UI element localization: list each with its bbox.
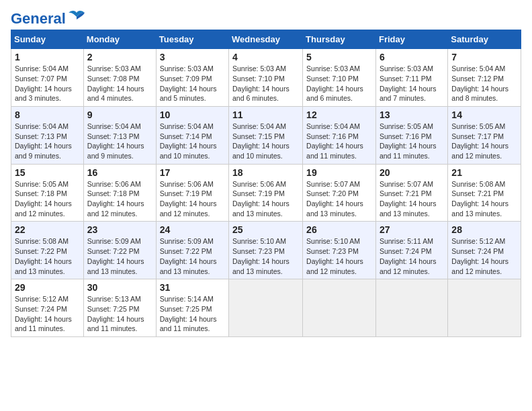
day-number: 7 [451, 52, 517, 62]
day-cell-4: 4Sunrise: 5:03 AM Sunset: 7:10 PM Daylig… [229, 49, 303, 107]
day-number: 13 [380, 109, 444, 120]
day-cell-27: 27Sunrise: 5:11 AM Sunset: 7:24 PM Dayli… [375, 222, 447, 279]
day-cell-24: 24Sunrise: 5:09 AM Sunset: 7:22 PM Dayli… [156, 222, 228, 279]
day-cell-28: 28Sunrise: 5:12 AM Sunset: 7:24 PM Dayli… [448, 222, 521, 279]
day-cell-14: 14Sunrise: 5:05 AM Sunset: 7:17 PM Dayli… [448, 106, 521, 164]
day-info: Sunrise: 5:13 AM Sunset: 7:25 PM Dayligh… [87, 294, 152, 334]
day-cell-26: 26Sunrise: 5:10 AM Sunset: 7:23 PM Dayli… [303, 222, 376, 279]
day-cell-16: 16Sunrise: 5:06 AM Sunset: 7:18 PM Dayli… [83, 164, 156, 222]
calendar-table: SundayMondayTuesdayWednesdayThursdayFrid… [11, 30, 521, 337]
day-number: 30 [87, 282, 152, 293]
day-cell-11: 11Sunrise: 5:04 AM Sunset: 7:15 PM Dayli… [229, 106, 303, 164]
logo: General [11, 11, 86, 24]
day-cell-29: 29Sunrise: 5:12 AM Sunset: 7:24 PM Dayli… [11, 279, 84, 337]
logo-text: General [11, 11, 66, 27]
day-number: 18 [232, 167, 299, 178]
day-cell-30: 30Sunrise: 5:13 AM Sunset: 7:25 PM Dayli… [83, 279, 156, 337]
day-cell-18: 18Sunrise: 5:06 AM Sunset: 7:19 PM Dayli… [229, 164, 303, 222]
day-cell-20: 20Sunrise: 5:07 AM Sunset: 7:21 PM Dayli… [375, 164, 447, 222]
page-header: General [11, 11, 521, 24]
calendar-week-3: 15Sunrise: 5:05 AM Sunset: 7:18 PM Dayli… [11, 164, 521, 222]
day-number: 17 [160, 167, 225, 178]
day-info: Sunrise: 5:03 AM Sunset: 7:10 PM Dayligh… [306, 64, 372, 103]
day-info: Sunrise: 5:07 AM Sunset: 7:20 PM Dayligh… [306, 179, 372, 219]
day-number: 26 [306, 224, 372, 235]
calendar-week-4: 22Sunrise: 5:08 AM Sunset: 7:22 PM Dayli… [11, 222, 521, 279]
day-info: Sunrise: 5:04 AM Sunset: 7:12 PM Dayligh… [451, 64, 517, 103]
day-cell-6: 6Sunrise: 5:03 AM Sunset: 7:11 PM Daylig… [375, 49, 447, 107]
day-info: Sunrise: 5:10 AM Sunset: 7:23 PM Dayligh… [232, 236, 299, 276]
empty-cell [375, 279, 447, 337]
calendar-week-5: 29Sunrise: 5:12 AM Sunset: 7:24 PM Dayli… [11, 279, 521, 337]
day-info: Sunrise: 5:10 AM Sunset: 7:23 PM Dayligh… [306, 236, 372, 276]
day-info: Sunrise: 5:09 AM Sunset: 7:22 PM Dayligh… [87, 236, 152, 276]
day-number: 9 [87, 109, 152, 120]
column-header-monday: Monday [83, 30, 156, 49]
day-number: 24 [160, 224, 225, 235]
day-info: Sunrise: 5:12 AM Sunset: 7:24 PM Dayligh… [451, 236, 517, 276]
day-cell-15: 15Sunrise: 5:05 AM Sunset: 7:18 PM Dayli… [11, 164, 84, 222]
day-info: Sunrise: 5:03 AM Sunset: 7:10 PM Dayligh… [232, 64, 299, 103]
day-info: Sunrise: 5:04 AM Sunset: 7:16 PM Dayligh… [306, 122, 372, 161]
day-cell-17: 17Sunrise: 5:06 AM Sunset: 7:19 PM Dayli… [156, 164, 228, 222]
empty-cell [229, 279, 303, 337]
column-header-wednesday: Wednesday [229, 30, 303, 49]
day-number: 25 [232, 224, 299, 235]
day-cell-12: 12Sunrise: 5:04 AM Sunset: 7:16 PM Dayli… [303, 106, 376, 164]
day-number: 23 [87, 224, 152, 235]
day-number: 4 [232, 52, 299, 62]
column-header-saturday: Saturday [448, 30, 521, 49]
day-cell-9: 9Sunrise: 5:04 AM Sunset: 7:13 PM Daylig… [83, 106, 156, 164]
day-info: Sunrise: 5:04 AM Sunset: 7:13 PM Dayligh… [15, 122, 80, 161]
day-info: Sunrise: 5:03 AM Sunset: 7:08 PM Dayligh… [87, 64, 152, 103]
day-number: 11 [232, 109, 299, 120]
day-number: 15 [15, 167, 80, 178]
empty-cell [448, 279, 521, 337]
day-cell-31: 31Sunrise: 5:14 AM Sunset: 7:25 PM Dayli… [156, 279, 228, 337]
day-number: 2 [87, 52, 152, 62]
day-info: Sunrise: 5:03 AM Sunset: 7:11 PM Dayligh… [380, 64, 444, 103]
day-info: Sunrise: 5:04 AM Sunset: 7:15 PM Dayligh… [232, 122, 299, 161]
logo-bird-icon [67, 10, 86, 25]
day-number: 19 [306, 167, 372, 178]
day-info: Sunrise: 5:06 AM Sunset: 7:19 PM Dayligh… [160, 179, 225, 219]
day-info: Sunrise: 5:08 AM Sunset: 7:22 PM Dayligh… [15, 236, 80, 276]
day-number: 5 [306, 52, 372, 62]
day-number: 3 [160, 52, 225, 62]
day-number: 27 [380, 224, 444, 235]
day-cell-23: 23Sunrise: 5:09 AM Sunset: 7:22 PM Dayli… [83, 222, 156, 279]
day-info: Sunrise: 5:11 AM Sunset: 7:24 PM Dayligh… [380, 236, 444, 276]
column-header-sunday: Sunday [11, 30, 84, 49]
day-info: Sunrise: 5:04 AM Sunset: 7:14 PM Dayligh… [160, 122, 225, 161]
day-cell-10: 10Sunrise: 5:04 AM Sunset: 7:14 PM Dayli… [156, 106, 228, 164]
day-cell-1: 1Sunrise: 5:04 AM Sunset: 7:07 PM Daylig… [11, 49, 84, 107]
day-number: 10 [160, 109, 225, 120]
day-info: Sunrise: 5:06 AM Sunset: 7:18 PM Dayligh… [87, 179, 152, 219]
day-cell-8: 8Sunrise: 5:04 AM Sunset: 7:13 PM Daylig… [11, 106, 84, 164]
day-number: 12 [306, 109, 372, 120]
day-cell-21: 21Sunrise: 5:08 AM Sunset: 7:21 PM Dayli… [448, 164, 521, 222]
day-number: 8 [15, 109, 80, 120]
day-info: Sunrise: 5:12 AM Sunset: 7:24 PM Dayligh… [15, 294, 80, 334]
day-info: Sunrise: 5:08 AM Sunset: 7:21 PM Dayligh… [451, 179, 517, 219]
day-cell-22: 22Sunrise: 5:08 AM Sunset: 7:22 PM Dayli… [11, 222, 84, 279]
day-number: 28 [451, 224, 517, 235]
day-cell-25: 25Sunrise: 5:10 AM Sunset: 7:23 PM Dayli… [229, 222, 303, 279]
day-info: Sunrise: 5:04 AM Sunset: 7:07 PM Dayligh… [15, 64, 80, 103]
day-cell-3: 3Sunrise: 5:03 AM Sunset: 7:09 PM Daylig… [156, 49, 228, 107]
day-number: 21 [451, 167, 517, 178]
day-number: 16 [87, 167, 152, 178]
calendar-week-1: 1Sunrise: 5:04 AM Sunset: 7:07 PM Daylig… [11, 49, 521, 107]
day-number: 1 [15, 52, 80, 62]
day-number: 6 [380, 52, 444, 62]
day-info: Sunrise: 5:14 AM Sunset: 7:25 PM Dayligh… [160, 294, 225, 334]
day-number: 31 [160, 282, 225, 293]
day-info: Sunrise: 5:04 AM Sunset: 7:13 PM Dayligh… [87, 122, 152, 161]
day-info: Sunrise: 5:05 AM Sunset: 7:18 PM Dayligh… [15, 179, 80, 219]
day-number: 14 [451, 109, 517, 120]
column-header-tuesday: Tuesday [156, 30, 228, 49]
day-info: Sunrise: 5:06 AM Sunset: 7:19 PM Dayligh… [232, 179, 299, 219]
day-info: Sunrise: 5:09 AM Sunset: 7:22 PM Dayligh… [160, 236, 225, 276]
day-cell-2: 2Sunrise: 5:03 AM Sunset: 7:08 PM Daylig… [83, 49, 156, 107]
day-cell-19: 19Sunrise: 5:07 AM Sunset: 7:20 PM Dayli… [303, 164, 376, 222]
